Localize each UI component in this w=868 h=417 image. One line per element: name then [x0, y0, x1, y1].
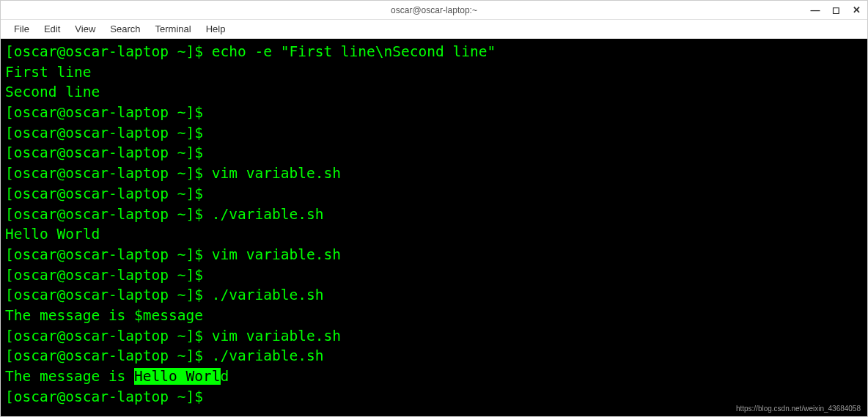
command-text: ./variable.sh: [212, 347, 324, 364]
terminal-line: [oscar@oscar-laptop ~]$: [5, 143, 863, 163]
prompt: [oscar@oscar-laptop ~]$: [5, 347, 212, 364]
output-text: The message is $message: [5, 307, 203, 324]
prompt: [oscar@oscar-laptop ~]$: [5, 206, 212, 223]
output-text: First line: [5, 64, 91, 81]
terminal-body[interactable]: [oscar@oscar-laptop ~]$ echo -e "First l…: [1, 39, 867, 416]
terminal-line: [oscar@oscar-laptop ~]$: [5, 123, 863, 144]
command-text: ./variable.sh: [212, 287, 324, 303]
terminal-line: [oscar@oscar-laptop ~]$ echo -e "First l…: [5, 42, 863, 62]
prompt: [oscar@oscar-laptop ~]$: [5, 267, 212, 284]
command-text: echo -e "First line\nSecond line": [212, 43, 496, 60]
terminal-line: [oscar@oscar-laptop ~]$ ./variable.sh: [5, 346, 863, 366]
prompt: [oscar@oscar-laptop ~]$: [5, 287, 212, 303]
maximize-button[interactable]: ◻: [831, 5, 841, 15]
terminal-line: [oscar@oscar-laptop ~]$: [5, 103, 863, 123]
prompt: [oscar@oscar-laptop ~]$: [5, 43, 212, 60]
titlebar: oscar@oscar-laptop:~ — ◻ ✕: [1, 1, 867, 20]
menubar: File Edit View Search Terminal Help: [1, 20, 867, 39]
terminal-line: The message is $message: [5, 306, 863, 326]
terminal-line: Hello World: [5, 224, 863, 245]
menu-edit[interactable]: Edit: [38, 21, 66, 37]
menu-view[interactable]: View: [69, 21, 101, 37]
window-controls: — ◻ ✕: [810, 5, 861, 15]
terminal-line: The message is Hello World: [5, 366, 863, 387]
prompt: [oscar@oscar-laptop ~]$: [5, 125, 212, 141]
terminal-line: [oscar@oscar-laptop ~]$ vim variable.sh: [5, 163, 863, 184]
prompt: [oscar@oscar-laptop ~]$: [5, 388, 212, 405]
menu-search[interactable]: Search: [104, 21, 146, 37]
prompt: [oscar@oscar-laptop ~]$: [5, 165, 212, 182]
command-text: vim variable.sh: [212, 328, 341, 344]
close-button[interactable]: ✕: [851, 5, 861, 15]
output-text: Hello World: [5, 226, 100, 243]
terminal-line: First line: [5, 62, 863, 83]
command-text: vim variable.sh: [212, 246, 341, 263]
prompt: [oscar@oscar-laptop ~]$: [5, 246, 212, 263]
terminal-line: [oscar@oscar-laptop ~]$: [5, 265, 863, 286]
output-text: Second line: [5, 84, 100, 100]
terminal-window: oscar@oscar-laptop:~ — ◻ ✕ File Edit Vie…: [0, 0, 868, 417]
watermark: https://blog.csdn.net/weixin_43684058: [736, 405, 861, 413]
terminal-line: [oscar@oscar-laptop ~]$ ./variable.sh: [5, 204, 863, 225]
menu-file[interactable]: File: [8, 21, 35, 37]
terminal-line: [oscar@oscar-laptop ~]$ ./variable.sh: [5, 285, 863, 306]
terminal-line: [oscar@oscar-laptop ~]$ vim variable.sh: [5, 245, 863, 265]
prompt: [oscar@oscar-laptop ~]$: [5, 328, 212, 344]
terminal-line: [oscar@oscar-laptop ~]$: [5, 184, 863, 204]
minimize-button[interactable]: —: [810, 5, 820, 15]
prompt: [oscar@oscar-laptop ~]$: [5, 185, 212, 202]
prompt: [oscar@oscar-laptop ~]$: [5, 144, 212, 161]
terminal-line: [oscar@oscar-laptop ~]$ vim variable.sh: [5, 326, 863, 347]
menu-help[interactable]: Help: [200, 21, 232, 37]
command-text: ./variable.sh: [212, 206, 324, 223]
output-text: The message is: [5, 368, 134, 385]
prompt: [oscar@oscar-laptop ~]$: [5, 104, 212, 121]
terminal-line: [oscar@oscar-laptop ~]$: [5, 387, 863, 407]
command-text: vim variable.sh: [212, 165, 341, 182]
selection-highlight: Hello Worl: [134, 368, 220, 385]
window-title: oscar@oscar-laptop:~: [391, 5, 477, 15]
menu-terminal[interactable]: Terminal: [150, 21, 197, 37]
terminal-line: Second line: [5, 82, 863, 103]
output-text: d: [221, 368, 229, 385]
